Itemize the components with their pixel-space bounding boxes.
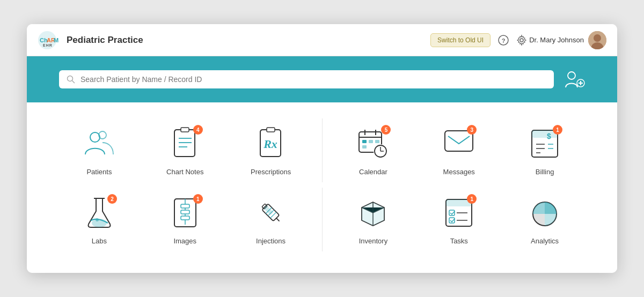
svg-rect-54 bbox=[181, 216, 189, 220]
prescriptions-icon-wrap: Rx bbox=[252, 125, 290, 162]
right-menu-row1: 5 bbox=[333, 118, 586, 182]
calendar-badge: 5 bbox=[381, 125, 391, 135]
svg-text:M: M bbox=[54, 37, 58, 43]
patients-label: Patients bbox=[86, 168, 112, 176]
search-input[interactable] bbox=[80, 75, 546, 84]
svg-rect-32 bbox=[369, 140, 373, 143]
tasks-label: Tasks bbox=[450, 237, 468, 245]
injections-icon bbox=[255, 197, 287, 229]
divider-1 bbox=[322, 118, 323, 182]
images-badge: 1 bbox=[193, 194, 203, 204]
svg-rect-33 bbox=[375, 140, 379, 143]
messages-badge: 3 bbox=[467, 125, 477, 135]
chart-notes-badge: 4 bbox=[193, 125, 203, 135]
header-icons: ? bbox=[498, 35, 527, 46]
menu-row-1: Patients 4 Chart Notes bbox=[59, 118, 585, 182]
chart-notes-label: Chart Notes bbox=[166, 168, 203, 176]
svg-rect-52 bbox=[181, 204, 189, 208]
svg-point-9 bbox=[594, 34, 601, 42]
switch-ui-button[interactable]: Switch to Old UI bbox=[430, 33, 491, 47]
user-name: Dr. Mary Johnson bbox=[529, 36, 584, 44]
svg-text:$: $ bbox=[547, 132, 551, 140]
menu-item-prescriptions[interactable]: Rx Prescriptions bbox=[231, 118, 311, 182]
menu-item-inventory[interactable]: Inventory bbox=[333, 188, 414, 251]
divider-2 bbox=[322, 188, 323, 251]
svg-text:Rx: Rx bbox=[263, 137, 277, 151]
logo: Ch AR M EHR bbox=[38, 31, 57, 50]
tasks-badge: 1 bbox=[467, 194, 477, 204]
labs-label: Labs bbox=[92, 237, 107, 245]
calendar-icon-wrap: 5 bbox=[354, 125, 392, 162]
injections-label: Injections bbox=[256, 237, 286, 245]
messages-label: Messages bbox=[443, 168, 475, 176]
labs-icon-wrap: 2 bbox=[80, 194, 118, 232]
menu-item-billing[interactable]: 1 $ Billing bbox=[504, 118, 585, 182]
svg-rect-19 bbox=[174, 130, 195, 157]
svg-rect-34 bbox=[362, 145, 367, 148]
messages-icon-wrap: 3 bbox=[440, 125, 478, 162]
menu-item-tasks[interactable]: 1 Tasks bbox=[419, 188, 499, 251]
svg-point-17 bbox=[90, 132, 100, 142]
chart-notes-icon-wrap: 4 bbox=[166, 125, 204, 162]
svg-point-7 bbox=[520, 39, 523, 42]
search-icon bbox=[67, 75, 75, 84]
prescriptions-label: Prescriptions bbox=[251, 168, 291, 176]
menu-item-patients[interactable]: Patients bbox=[59, 118, 140, 182]
prescriptions-icon: Rx bbox=[256, 128, 286, 160]
tasks-icon-wrap: 1 bbox=[440, 194, 478, 232]
main-content: Patients 4 Chart Notes bbox=[27, 102, 617, 273]
search-input-wrap[interactable] bbox=[59, 70, 554, 88]
billing-badge: 1 bbox=[553, 125, 562, 135]
search-bar bbox=[27, 56, 617, 102]
analytics-label: Analytics bbox=[531, 237, 559, 245]
analytics-icon bbox=[529, 197, 561, 229]
labs-badge: 2 bbox=[107, 194, 117, 204]
avatar bbox=[588, 31, 606, 49]
billing-icon-wrap: 1 $ bbox=[526, 125, 564, 162]
app-window: Ch AR M EHR Pediatric Practice Switch to… bbox=[27, 24, 617, 273]
practice-title: Pediatric Practice bbox=[67, 35, 143, 46]
charm-logo-icon: Ch AR M EHR bbox=[38, 31, 57, 50]
svg-line-12 bbox=[72, 81, 75, 84]
patients-icon-wrap bbox=[80, 125, 118, 162]
inventory-label: Inventory bbox=[359, 237, 387, 245]
svg-line-61 bbox=[276, 218, 279, 221]
svg-point-13 bbox=[568, 72, 575, 79]
svg-point-11 bbox=[68, 76, 73, 81]
header: Ch AR M EHR Pediatric Practice Switch to… bbox=[27, 24, 617, 56]
settings-button[interactable] bbox=[516, 35, 527, 46]
menu-item-images[interactable]: 1 Images bbox=[145, 188, 225, 251]
help-icon: ? bbox=[498, 35, 509, 46]
analytics-icon-wrap bbox=[526, 194, 564, 232]
right-menu-row2: Inventory 1 bbox=[333, 188, 586, 251]
user-info: Dr. Mary Johnson bbox=[529, 31, 606, 49]
svg-rect-25 bbox=[267, 128, 275, 132]
svg-rect-31 bbox=[362, 140, 367, 143]
help-button[interactable]: ? bbox=[498, 35, 509, 46]
injections-icon-wrap bbox=[252, 194, 290, 232]
inventory-icon bbox=[357, 197, 389, 229]
add-patient-button[interactable] bbox=[562, 68, 585, 91]
menu-item-injections[interactable]: Injections bbox=[231, 188, 311, 251]
menu-item-messages[interactable]: 3 Messages bbox=[419, 118, 499, 182]
svg-text:EHR: EHR bbox=[43, 43, 53, 47]
images-icon-wrap: 1 bbox=[166, 194, 204, 232]
menu-item-chart-notes[interactable]: 4 Chart Notes bbox=[145, 118, 225, 182]
inventory-icon-wrap bbox=[354, 194, 392, 232]
gear-icon bbox=[516, 35, 527, 46]
menu-item-analytics[interactable]: Analytics bbox=[504, 188, 585, 251]
svg-rect-53 bbox=[181, 210, 189, 214]
svg-point-49 bbox=[92, 219, 107, 227]
left-menu-row1: Patients 4 Chart Notes bbox=[59, 118, 311, 182]
calendar-label: Calendar bbox=[359, 168, 387, 176]
add-patient-icon bbox=[562, 68, 585, 91]
menu-item-labs[interactable]: 2 Labs bbox=[59, 188, 140, 251]
left-menu-row2: 2 Labs 1 bbox=[59, 188, 311, 251]
svg-text:?: ? bbox=[502, 37, 506, 43]
svg-rect-20 bbox=[181, 128, 189, 132]
svg-point-50 bbox=[96, 218, 99, 221]
menu-row-2: 2 Labs 1 bbox=[59, 188, 585, 251]
menu-item-calendar[interactable]: 5 bbox=[333, 118, 414, 182]
billing-label: Billing bbox=[536, 168, 554, 176]
patients-icon bbox=[83, 128, 115, 160]
